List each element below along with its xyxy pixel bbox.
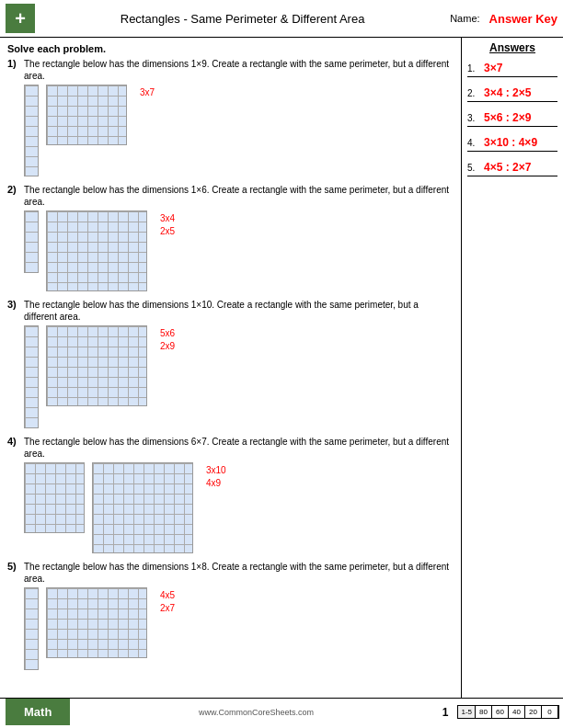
problem-4-visuals: 3x10 4x9 bbox=[24, 462, 454, 553]
problem-5: 5) The rectangle below has the dimension… bbox=[7, 561, 454, 670]
problem-1-given-rect bbox=[24, 85, 39, 176]
answers-title: Answers bbox=[467, 41, 557, 54]
problem-5-given-rect bbox=[24, 587, 39, 670]
problem-5-number: 5) bbox=[7, 561, 20, 572]
problem-1-visuals: 3x7 bbox=[24, 85, 454, 176]
footer-right: 1 1-5 80 60 40 20 0 bbox=[442, 705, 559, 719]
problem-1-answer-label: 3x7 bbox=[140, 86, 155, 99]
problem-5-answer-label: 4x5 2x7 bbox=[160, 589, 175, 615]
answer-num-3: 3. bbox=[467, 113, 480, 123]
problem-3-text: The rectangle below has the dimensions 1… bbox=[24, 299, 454, 323]
problem-5-visuals: 4x5 2x7 bbox=[24, 587, 454, 670]
score-80: 80 bbox=[476, 706, 492, 718]
problem-2-number: 2) bbox=[7, 184, 20, 195]
answer-num-4: 4. bbox=[467, 138, 480, 148]
answer-value-1: 3×7 bbox=[484, 62, 502, 74]
answer-value-2: 3×4 : 2×5 bbox=[484, 86, 531, 99]
problem-2-text: The rectangle below has the dimensions 1… bbox=[24, 184, 454, 208]
header: + Rectangles - Same Perimeter & Differen… bbox=[0, 0, 563, 38]
problem-2-given-rect bbox=[24, 210, 39, 273]
score-20: 20 bbox=[525, 706, 542, 718]
problem-4-text: The rectangle below has the dimensions 6… bbox=[24, 436, 454, 460]
problem-2-answer-rect bbox=[46, 210, 147, 291]
problem-4-answer-rect bbox=[92, 462, 193, 553]
problem-4: 4) The rectangle below has the dimension… bbox=[7, 436, 454, 553]
score-boxes: 1-5 80 60 40 20 0 bbox=[457, 705, 559, 719]
score-40: 40 bbox=[509, 706, 525, 718]
answer-key-label: Answer Key bbox=[489, 12, 557, 26]
problem-4-number: 4) bbox=[7, 436, 20, 447]
answer-item-5: 5. 4×5 : 2×7 bbox=[467, 161, 557, 176]
problem-3-answer-label: 5x6 2x9 bbox=[160, 327, 175, 353]
problem-3-number: 3) bbox=[7, 299, 20, 310]
answer-value-3: 5×6 : 2×9 bbox=[484, 111, 531, 124]
page-title: Rectangles - Same Perimeter & Different … bbox=[35, 12, 450, 26]
problem-1: 1) The rectangle below has the dimension… bbox=[7, 58, 454, 176]
answer-num-2: 2. bbox=[467, 88, 480, 98]
answer-num-5: 5. bbox=[467, 163, 480, 173]
answer-item-4: 4. 3×10 : 4×9 bbox=[467, 136, 557, 152]
problem-1-number: 1) bbox=[7, 58, 20, 69]
problem-2-visuals: 3x4 2x5 bbox=[24, 210, 454, 291]
instruction: Solve each problem. bbox=[7, 43, 454, 54]
problems-area: Solve each problem. 1) The rectangle bel… bbox=[0, 38, 462, 698]
answer-item-3: 3. 5×6 : 2×9 bbox=[467, 111, 557, 127]
problem-4-given-rect bbox=[24, 462, 85, 533]
answer-item-2: 2. 3×4 : 2×5 bbox=[467, 86, 557, 102]
problem-3-answer-rect bbox=[46, 325, 147, 406]
problem-2-answer-label: 3x4 2x5 bbox=[160, 212, 175, 238]
main-area: Solve each problem. 1) The rectangle bel… bbox=[0, 38, 563, 698]
logo-icon: + bbox=[6, 4, 35, 33]
problem-3: 3) The rectangle below has the dimension… bbox=[7, 299, 454, 428]
footer: Math www.CommonCoreSheets.com 1 1-5 80 6… bbox=[0, 698, 563, 725]
problem-4-answer-label: 3x10 4x9 bbox=[206, 464, 226, 490]
answer-value-4: 3×10 : 4×9 bbox=[484, 136, 537, 149]
problem-5-answer-rect bbox=[46, 587, 147, 658]
answer-value-5: 4×5 : 2×7 bbox=[484, 161, 531, 174]
problem-1-answer-rect bbox=[46, 85, 127, 145]
footer-website: www.CommonCoreSheets.com bbox=[70, 708, 442, 717]
answers-sidebar: Answers 1. 3×7 2. 3×4 : 2×5 3. 5×6 : 2×9… bbox=[462, 38, 563, 698]
score-0: 0 bbox=[542, 706, 558, 718]
problem-1-text: The rectangle below has the dimensions 1… bbox=[24, 58, 454, 82]
name-label: Name: bbox=[450, 13, 479, 24]
answer-num-1: 1. bbox=[467, 63, 480, 74]
problem-3-visuals: 5x6 2x9 bbox=[24, 325, 454, 428]
problem-5-text: The rectangle below has the dimensions 1… bbox=[24, 561, 454, 585]
score-60: 60 bbox=[492, 706, 509, 718]
footer-page-number: 1 bbox=[442, 706, 449, 719]
problem-3-given-rect bbox=[24, 325, 39, 428]
footer-math-label: Math bbox=[6, 699, 70, 725]
score-label: 1-5 bbox=[458, 706, 476, 718]
answer-item-1: 1. 3×7 bbox=[467, 62, 557, 77]
problem-2: 2) The rectangle below has the dimension… bbox=[7, 184, 454, 291]
